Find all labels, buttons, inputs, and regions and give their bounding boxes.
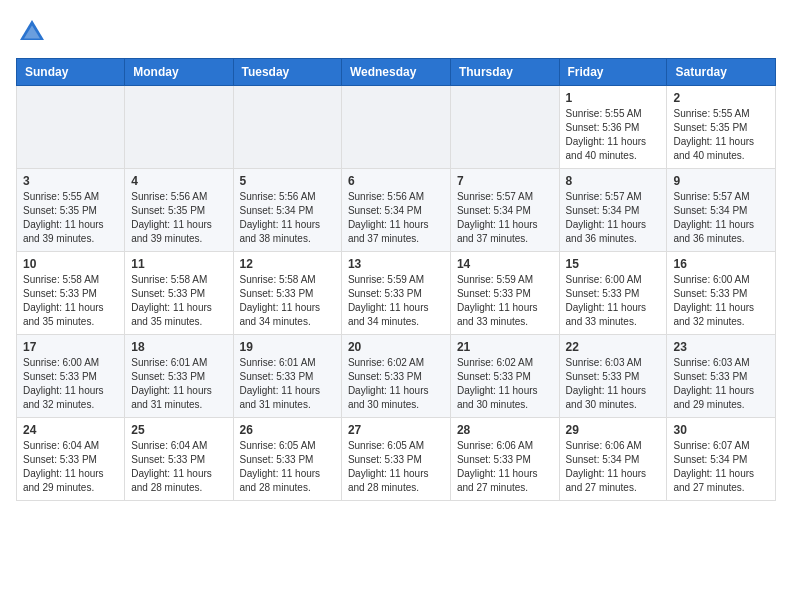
day-info: Sunrise: 6:05 AM Sunset: 5:33 PM Dayligh… xyxy=(348,439,444,495)
day-info: Sunrise: 6:00 AM Sunset: 5:33 PM Dayligh… xyxy=(23,356,118,412)
calendar-cell: 29Sunrise: 6:06 AM Sunset: 5:34 PM Dayli… xyxy=(559,418,667,501)
calendar-cell: 2Sunrise: 5:55 AM Sunset: 5:35 PM Daylig… xyxy=(667,86,776,169)
weekday-header-saturday: Saturday xyxy=(667,59,776,86)
day-info: Sunrise: 5:58 AM Sunset: 5:33 PM Dayligh… xyxy=(240,273,335,329)
calendar-cell: 1Sunrise: 5:55 AM Sunset: 5:36 PM Daylig… xyxy=(559,86,667,169)
logo-icon xyxy=(16,16,48,48)
calendar-cell: 13Sunrise: 5:59 AM Sunset: 5:33 PM Dayli… xyxy=(341,252,450,335)
calendar-cell: 30Sunrise: 6:07 AM Sunset: 5:34 PM Dayli… xyxy=(667,418,776,501)
calendar-cell: 11Sunrise: 5:58 AM Sunset: 5:33 PM Dayli… xyxy=(125,252,233,335)
calendar-cell: 21Sunrise: 6:02 AM Sunset: 5:33 PM Dayli… xyxy=(450,335,559,418)
calendar-cell: 28Sunrise: 6:06 AM Sunset: 5:33 PM Dayli… xyxy=(450,418,559,501)
calendar-cell: 20Sunrise: 6:02 AM Sunset: 5:33 PM Dayli… xyxy=(341,335,450,418)
calendar-cell: 4Sunrise: 5:56 AM Sunset: 5:35 PM Daylig… xyxy=(125,169,233,252)
day-number: 1 xyxy=(566,91,661,105)
weekday-header-sunday: Sunday xyxy=(17,59,125,86)
day-number: 28 xyxy=(457,423,553,437)
day-number: 13 xyxy=(348,257,444,271)
day-number: 15 xyxy=(566,257,661,271)
day-number: 8 xyxy=(566,174,661,188)
day-info: Sunrise: 5:55 AM Sunset: 5:35 PM Dayligh… xyxy=(673,107,769,163)
day-info: Sunrise: 6:00 AM Sunset: 5:33 PM Dayligh… xyxy=(566,273,661,329)
day-number: 16 xyxy=(673,257,769,271)
day-info: Sunrise: 6:05 AM Sunset: 5:33 PM Dayligh… xyxy=(240,439,335,495)
page-header xyxy=(16,16,776,48)
day-number: 10 xyxy=(23,257,118,271)
calendar-cell: 3Sunrise: 5:55 AM Sunset: 5:35 PM Daylig… xyxy=(17,169,125,252)
day-info: Sunrise: 6:02 AM Sunset: 5:33 PM Dayligh… xyxy=(457,356,553,412)
day-number: 25 xyxy=(131,423,226,437)
calendar-week-row: 24Sunrise: 6:04 AM Sunset: 5:33 PM Dayli… xyxy=(17,418,776,501)
day-number: 30 xyxy=(673,423,769,437)
day-info: Sunrise: 5:56 AM Sunset: 5:35 PM Dayligh… xyxy=(131,190,226,246)
day-info: Sunrise: 6:03 AM Sunset: 5:33 PM Dayligh… xyxy=(566,356,661,412)
day-info: Sunrise: 6:01 AM Sunset: 5:33 PM Dayligh… xyxy=(240,356,335,412)
day-number: 2 xyxy=(673,91,769,105)
calendar-cell: 10Sunrise: 5:58 AM Sunset: 5:33 PM Dayli… xyxy=(17,252,125,335)
day-number: 24 xyxy=(23,423,118,437)
day-info: Sunrise: 6:03 AM Sunset: 5:33 PM Dayligh… xyxy=(673,356,769,412)
day-info: Sunrise: 5:59 AM Sunset: 5:33 PM Dayligh… xyxy=(348,273,444,329)
calendar-cell: 18Sunrise: 6:01 AM Sunset: 5:33 PM Dayli… xyxy=(125,335,233,418)
day-number: 26 xyxy=(240,423,335,437)
calendar-week-row: 3Sunrise: 5:55 AM Sunset: 5:35 PM Daylig… xyxy=(17,169,776,252)
calendar-cell: 27Sunrise: 6:05 AM Sunset: 5:33 PM Dayli… xyxy=(341,418,450,501)
calendar-cell: 7Sunrise: 5:57 AM Sunset: 5:34 PM Daylig… xyxy=(450,169,559,252)
calendar-week-row: 17Sunrise: 6:00 AM Sunset: 5:33 PM Dayli… xyxy=(17,335,776,418)
day-number: 23 xyxy=(673,340,769,354)
day-number: 9 xyxy=(673,174,769,188)
calendar-cell: 26Sunrise: 6:05 AM Sunset: 5:33 PM Dayli… xyxy=(233,418,341,501)
day-info: Sunrise: 6:06 AM Sunset: 5:34 PM Dayligh… xyxy=(566,439,661,495)
calendar-cell: 19Sunrise: 6:01 AM Sunset: 5:33 PM Dayli… xyxy=(233,335,341,418)
day-info: Sunrise: 5:55 AM Sunset: 5:36 PM Dayligh… xyxy=(566,107,661,163)
calendar-cell xyxy=(450,86,559,169)
day-info: Sunrise: 5:58 AM Sunset: 5:33 PM Dayligh… xyxy=(23,273,118,329)
day-info: Sunrise: 6:06 AM Sunset: 5:33 PM Dayligh… xyxy=(457,439,553,495)
day-number: 29 xyxy=(566,423,661,437)
day-number: 21 xyxy=(457,340,553,354)
calendar-cell: 25Sunrise: 6:04 AM Sunset: 5:33 PM Dayli… xyxy=(125,418,233,501)
weekday-header-friday: Friday xyxy=(559,59,667,86)
day-number: 22 xyxy=(566,340,661,354)
calendar-cell xyxy=(233,86,341,169)
weekday-header-row: SundayMondayTuesdayWednesdayThursdayFrid… xyxy=(17,59,776,86)
day-number: 5 xyxy=(240,174,335,188)
day-number: 6 xyxy=(348,174,444,188)
calendar-cell: 24Sunrise: 6:04 AM Sunset: 5:33 PM Dayli… xyxy=(17,418,125,501)
calendar-table: SundayMondayTuesdayWednesdayThursdayFrid… xyxy=(16,58,776,501)
calendar-cell: 17Sunrise: 6:00 AM Sunset: 5:33 PM Dayli… xyxy=(17,335,125,418)
day-info: Sunrise: 5:57 AM Sunset: 5:34 PM Dayligh… xyxy=(457,190,553,246)
calendar-cell xyxy=(125,86,233,169)
calendar-week-row: 10Sunrise: 5:58 AM Sunset: 5:33 PM Dayli… xyxy=(17,252,776,335)
day-info: Sunrise: 5:57 AM Sunset: 5:34 PM Dayligh… xyxy=(673,190,769,246)
day-number: 11 xyxy=(131,257,226,271)
calendar-cell xyxy=(17,86,125,169)
calendar-cell: 12Sunrise: 5:58 AM Sunset: 5:33 PM Dayli… xyxy=(233,252,341,335)
weekday-header-monday: Monday xyxy=(125,59,233,86)
day-number: 27 xyxy=(348,423,444,437)
day-info: Sunrise: 6:04 AM Sunset: 5:33 PM Dayligh… xyxy=(131,439,226,495)
day-info: Sunrise: 6:04 AM Sunset: 5:33 PM Dayligh… xyxy=(23,439,118,495)
calendar-cell: 9Sunrise: 5:57 AM Sunset: 5:34 PM Daylig… xyxy=(667,169,776,252)
logo xyxy=(16,16,52,48)
day-number: 7 xyxy=(457,174,553,188)
weekday-header-wednesday: Wednesday xyxy=(341,59,450,86)
calendar-cell: 6Sunrise: 5:56 AM Sunset: 5:34 PM Daylig… xyxy=(341,169,450,252)
calendar-cell: 22Sunrise: 6:03 AM Sunset: 5:33 PM Dayli… xyxy=(559,335,667,418)
calendar-cell: 5Sunrise: 5:56 AM Sunset: 5:34 PM Daylig… xyxy=(233,169,341,252)
day-number: 3 xyxy=(23,174,118,188)
day-info: Sunrise: 6:02 AM Sunset: 5:33 PM Dayligh… xyxy=(348,356,444,412)
calendar-cell: 8Sunrise: 5:57 AM Sunset: 5:34 PM Daylig… xyxy=(559,169,667,252)
calendar-cell: 14Sunrise: 5:59 AM Sunset: 5:33 PM Dayli… xyxy=(450,252,559,335)
day-info: Sunrise: 6:07 AM Sunset: 5:34 PM Dayligh… xyxy=(673,439,769,495)
weekday-header-tuesday: Tuesday xyxy=(233,59,341,86)
day-number: 19 xyxy=(240,340,335,354)
day-info: Sunrise: 5:56 AM Sunset: 5:34 PM Dayligh… xyxy=(348,190,444,246)
weekday-header-thursday: Thursday xyxy=(450,59,559,86)
calendar-week-row: 1Sunrise: 5:55 AM Sunset: 5:36 PM Daylig… xyxy=(17,86,776,169)
day-info: Sunrise: 5:59 AM Sunset: 5:33 PM Dayligh… xyxy=(457,273,553,329)
day-number: 14 xyxy=(457,257,553,271)
day-info: Sunrise: 6:00 AM Sunset: 5:33 PM Dayligh… xyxy=(673,273,769,329)
day-info: Sunrise: 5:56 AM Sunset: 5:34 PM Dayligh… xyxy=(240,190,335,246)
calendar-cell: 15Sunrise: 6:00 AM Sunset: 5:33 PM Dayli… xyxy=(559,252,667,335)
